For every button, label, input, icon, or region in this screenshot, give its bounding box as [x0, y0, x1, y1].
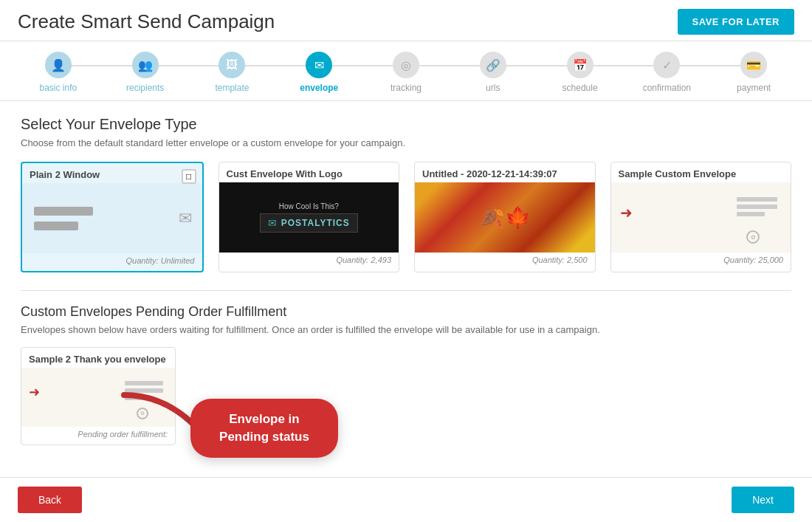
envelope-section-desc: Choose from the default standard letter … [21, 137, 791, 148]
step-schedule[interactable]: 📅 schedule [537, 52, 624, 93]
step-template[interactable]: 🖼 template [189, 52, 276, 93]
step-circle-envelope: ✉ [306, 52, 332, 78]
card-name-plain: Plain 2 Window [22, 163, 202, 183]
sample-env-line-3 [737, 212, 765, 216]
step-label-basic-info: basic info [40, 83, 78, 93]
pending-card-name: Sample 2 Thank you envelope [21, 348, 175, 368]
step-circle-tracking: ◎ [393, 52, 419, 78]
step-circle-confirmation: ✓ [653, 52, 680, 78]
address-bar-1 [34, 207, 93, 216]
pending-section-title: Custom Envelopes Pending Order Fulfillme… [21, 304, 791, 320]
step-confirmation[interactable]: ✓ confirmation [623, 52, 710, 93]
address-bar-2 [34, 221, 78, 230]
how-cool-text: How Cool Is This? [279, 202, 339, 210]
card-quantity-cust-logo: Quantity: 2,493 [219, 253, 399, 270]
stepper: 👤 basic info 👥 recipients 🖼 template ✉ e… [0, 41, 812, 101]
sample-env-line-1 [737, 197, 777, 202]
step-urls[interactable]: 🔗 urls [450, 52, 537, 93]
step-circle-recipients: 👥 [132, 52, 159, 78]
save-for-later-button[interactable]: SAVE FOR LATER [678, 9, 794, 35]
step-label-urls: urls [486, 83, 500, 93]
step-circle-payment: 💳 [740, 52, 767, 78]
card-name-cust-logo: Cust Envelope With Logo [219, 162, 399, 182]
card-name-untitled: Untitled - 2020-12-21-14:39:07 [415, 162, 595, 182]
step-label-payment: payment [737, 83, 771, 93]
step-circle-template: 🖼 [219, 52, 245, 78]
card-name-sample-custom: Sample Custom Envelope [611, 162, 791, 182]
page-title: Create Smart Send Campaign [18, 10, 275, 33]
tooltip-text: Envelope inPending status [219, 412, 309, 444]
plain-envelope-illustration [22, 199, 202, 238]
next-button[interactable]: Next [732, 487, 794, 513]
page-wrapper: Create Smart Send Campaign SAVE FOR LATE… [0, 0, 812, 522]
step-label-envelope: envelope [300, 83, 338, 93]
card-preview-sample-custom: ➜ ✿ [611, 182, 791, 253]
envelope-card-plain-2-window[interactable]: Plain 2 Window ✉ □ Quantity: Unlimited [21, 162, 204, 272]
step-label-template: template [215, 83, 249, 93]
step-label-schedule: schedule [562, 83, 598, 93]
pending-section-desc: Envelopes shown below have orders waitin… [21, 324, 791, 335]
back-button[interactable]: Back [18, 487, 82, 513]
step-envelope[interactable]: ✉ envelope [275, 52, 362, 93]
sample-env-lines-group [737, 197, 777, 216]
pending-env-lines-group [125, 381, 163, 400]
step-recipients[interactable]: 👥 recipients [102, 52, 189, 93]
postalytics-illustration: How Cool Is This? ✉ POSTALYTICS [219, 182, 399, 253]
card-quantity-sample-custom: Quantity: 25,000 [611, 253, 791, 270]
envelope-card-sample-custom[interactable]: Sample Custom Envelope ➜ ✿ Quantity: 25,… [610, 162, 792, 272]
pending-env-arrow-icon: ➜ [29, 384, 40, 400]
pending-card-preview: ➜ ✿ [21, 368, 175, 427]
card-preview-untitled: 🍂🍁 [415, 182, 595, 253]
pending-card-sample2[interactable]: Sample 2 Thank you envelope ➜ ✿ Pending … [21, 347, 176, 445]
envelope-card-cust-logo[interactable]: Cust Envelope With Logo How Cool Is This… [219, 162, 400, 272]
page-header: Create Smart Send Campaign SAVE FOR LATE… [0, 0, 812, 41]
step-label-recipients: recipients [126, 83, 164, 93]
main-content: Select Your Envelope Type Choose from th… [0, 101, 812, 487]
section-divider [21, 290, 791, 291]
sample-env-seal: ✿ [746, 230, 760, 244]
card-checkbox-plain[interactable]: □ [182, 169, 196, 184]
card-preview-cust-logo: How Cool Is This? ✉ POSTALYTICS [219, 182, 399, 253]
pending-env-seal: ✿ [137, 408, 148, 419]
sample-env-illustration: ➜ ✿ [611, 182, 791, 253]
pending-env-line-1 [125, 381, 163, 385]
pending-card-status: Pending order fulfillment: [21, 427, 175, 444]
step-payment[interactable]: 💳 payment [710, 52, 797, 93]
pending-cards-row: Sample 2 Thank you envelope ➜ ✿ Pending … [21, 347, 791, 473]
step-basic-info[interactable]: 👤 basic info [15, 52, 102, 93]
pending-env-line-2 [125, 388, 163, 393]
postalytics-logo-box: ✉ POSTALYTICS [260, 213, 358, 233]
step-label-confirmation: confirmation [643, 83, 691, 93]
card-quantity-untitled: Quantity: 2,500 [415, 253, 595, 270]
leaves-illustration: 🍂🍁 [415, 182, 595, 253]
page-footer: Back Next [0, 477, 812, 522]
step-circle-urls: 🔗 [480, 52, 506, 78]
postalytics-text: POSTALYTICS [281, 218, 350, 228]
step-label-tracking: tracking [390, 83, 422, 93]
step-circle-basic-info: 👤 [45, 52, 72, 78]
envelope-card-untitled[interactable]: Untitled - 2020-12-21-14:39:07 🍂🍁 Quanti… [414, 162, 596, 272]
sample-env-line-2 [737, 205, 777, 209]
postalytics-icon: ✉ [268, 217, 277, 229]
tooltip-bubble: Envelope inPending status [190, 399, 338, 458]
sample-env-arrow-icon: ➜ [620, 204, 633, 221]
card-quantity-plain: Quantity: Unlimited [22, 253, 202, 271]
envelope-cards-row: Plain 2 Window ✉ □ Quantity: Unlimited C… [21, 162, 791, 272]
pending-env-line-3 [125, 396, 151, 400]
envelope-section-title: Select Your Envelope Type [21, 116, 791, 133]
step-circle-schedule: 📅 [567, 52, 593, 78]
envelope-mail-icon: ✉ [179, 209, 192, 228]
step-tracking[interactable]: ◎ tracking [362, 52, 450, 93]
